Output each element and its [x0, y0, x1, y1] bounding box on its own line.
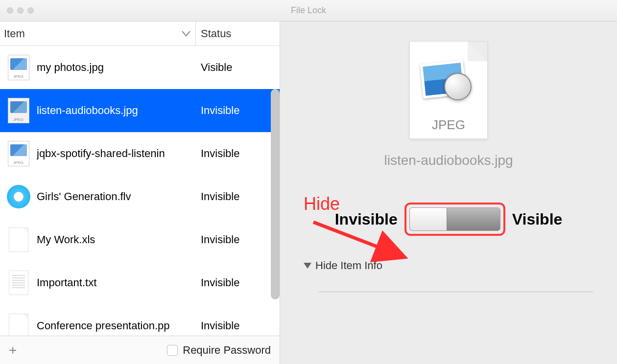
file-type-icon [0, 228, 37, 252]
file-type-icon [0, 314, 37, 336]
window-title: File Lock [291, 5, 326, 16]
table-row[interactable]: Girls' Generation.flv Invisible [0, 175, 280, 218]
close-window-button[interactable] [7, 7, 13, 14]
zoom-window-button[interactable] [27, 7, 34, 14]
file-status: Invisible [196, 233, 280, 246]
minimize-window-button[interactable] [17, 7, 24, 14]
require-password-checkbox[interactable] [167, 345, 178, 356]
chevron-down-icon [182, 31, 190, 37]
column-header-item[interactable]: Item [0, 22, 196, 46]
file-name: jqbx-spotify-shared-listenin [37, 147, 196, 160]
column-header-status-label: Status [201, 27, 231, 40]
file-status: Invisible [196, 147, 280, 160]
file-name: my photos.jpg [37, 61, 196, 74]
require-password-control[interactable]: Require Password [167, 344, 271, 357]
preview-panel: JPEG listen-audiobooks.jpg Hide Invisibl… [280, 22, 617, 364]
file-type-icon [0, 271, 37, 295]
titlebar: File Lock [0, 0, 617, 22]
preview-icon-type: JPEG [410, 117, 487, 133]
file-status: Invisible [196, 190, 280, 203]
table-header: Item Status [0, 22, 280, 46]
scrollbar[interactable] [271, 89, 280, 299]
toggle-label-visible: Visible [512, 210, 563, 228]
divider [319, 292, 593, 292]
file-name: listen-audiobooks.jpg [37, 104, 196, 117]
file-name: Important.txt [37, 276, 196, 289]
annotation-highlight-box [404, 203, 505, 236]
column-header-item-label: Item [4, 27, 25, 40]
file-type-icon: JPEG [0, 141, 37, 166]
content-area: Item Status JPEG my photos.jpg Visible J… [0, 22, 617, 364]
file-status: Invisible [196, 104, 280, 117]
file-type-icon: JPEG [0, 55, 37, 80]
bottom-toolbar: + Require Password [0, 336, 280, 364]
file-status: Invisible [196, 276, 280, 289]
file-list: JPEG my photos.jpg Visible JPEG listen-a… [0, 46, 280, 336]
file-type-icon [0, 185, 37, 208]
preview-file-icon: JPEG [409, 41, 488, 139]
add-button[interactable]: + [9, 342, 17, 358]
file-status: Invisible [196, 319, 280, 332]
file-type-icon: JPEG [0, 98, 37, 123]
require-password-label: Require Password [183, 344, 271, 357]
table-row[interactable]: My Work.xls Invisible [0, 218, 280, 261]
table-row[interactable]: JPEG jqbx-spotify-shared-listenin Invisi… [0, 132, 280, 175]
file-list-panel: Item Status JPEG my photos.jpg Visible J… [0, 22, 280, 364]
file-name: Conference presentation.pp [37, 319, 196, 332]
column-header-status[interactable]: Status [196, 22, 280, 46]
visibility-toggle-row: Invisible Visible [335, 203, 563, 236]
toggle-label-invisible: Invisible [335, 210, 398, 228]
file-name: My Work.xls [37, 233, 196, 246]
window-controls [0, 7, 34, 14]
table-row[interactable]: Important.txt Invisible [0, 261, 280, 304]
file-name: Girls' Generation.flv [37, 190, 196, 203]
table-row[interactable]: JPEG listen-audiobooks.jpg Invisible [0, 89, 280, 132]
preview-filename: listen-audiobooks.jpg [384, 153, 513, 168]
table-row[interactable]: Conference presentation.pp Invisible [0, 304, 280, 336]
toggle-knob[interactable] [410, 208, 447, 230]
visibility-toggle[interactable] [409, 207, 500, 231]
file-status: Visible [196, 61, 280, 74]
table-row[interactable]: JPEG my photos.jpg Visible [0, 46, 280, 89]
